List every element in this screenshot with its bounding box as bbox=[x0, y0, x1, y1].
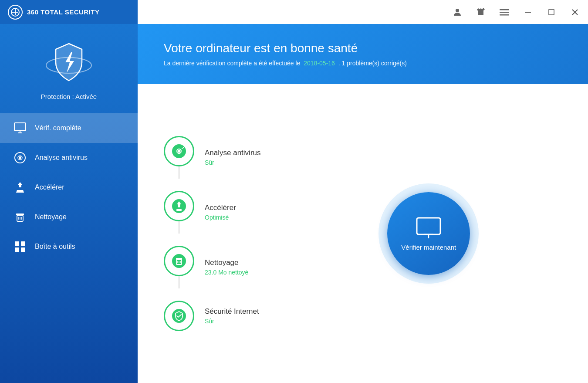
content-header: Votre ordinateur est en bonne santé La d… bbox=[138, 24, 588, 84]
titlebar: 360 TOTAL SECURITY bbox=[0, 0, 588, 24]
status-sub-nettoyage: 23.0 Mo nettoyé bbox=[205, 269, 248, 276]
sidebar-item-boite-outils[interactable]: Boîte à outils bbox=[0, 232, 138, 261]
subtitle-after: . 1 problème(s) corrigé(s) bbox=[338, 60, 407, 67]
verify-button-label: Vérifier maintenant bbox=[401, 244, 456, 251]
close-button[interactable] bbox=[567, 4, 583, 20]
status-icon-wrap-nettoyage bbox=[164, 246, 194, 288]
svg-point-16 bbox=[19, 156, 21, 159]
content-body: Analyse antivirus Sûr bbox=[138, 84, 588, 383]
status-item-nettoyage: Nettoyage 23.0 Mo nettoyé bbox=[164, 246, 261, 288]
monitor-icon bbox=[13, 121, 27, 135]
connector-1 bbox=[179, 166, 179, 179]
sidebar-nav: Vérif. complète Analyse antivirus bbox=[0, 113, 138, 261]
protection-label: Protection : Activée bbox=[41, 93, 97, 100]
status-text-antivirus: Analyse antivirus Sûr bbox=[205, 149, 261, 166]
subtitle-before: La dernière vérification complète a été … bbox=[164, 60, 300, 67]
svg-point-27 bbox=[178, 150, 181, 153]
status-icon-wrap-accelerer bbox=[164, 191, 194, 234]
svg-rect-12 bbox=[14, 123, 26, 131]
status-icon-wrap-securite bbox=[164, 301, 194, 331]
status-item-antivirus: Analyse antivirus Sûr bbox=[164, 136, 261, 179]
content-area: Votre ordinateur est en bonne santé La d… bbox=[138, 24, 588, 383]
app-title: 360 TOTAL SECURITY bbox=[27, 8, 100, 16]
sidebar-item-verif-complete[interactable]: Vérif. complète bbox=[0, 113, 138, 143]
connector-2 bbox=[179, 221, 179, 234]
sidebar-item-label-verif: Vérif. complète bbox=[35, 124, 81, 132]
titlebar-controls bbox=[138, 0, 588, 24]
sidebar-item-label-accelerer: Accélérer bbox=[35, 183, 64, 191]
status-sub-antivirus: Sûr bbox=[205, 159, 261, 166]
svg-rect-24 bbox=[15, 247, 19, 252]
header-date: 2018-05-16 bbox=[304, 60, 335, 67]
svg-rect-8 bbox=[549, 10, 554, 15]
svg-rect-7 bbox=[525, 12, 531, 13]
status-sub-accelerer: Optimisé bbox=[205, 214, 236, 221]
svg-rect-5 bbox=[500, 12, 509, 13]
verify-section: Vérifier maintenant bbox=[296, 183, 562, 284]
status-title-accelerer: Accélérer bbox=[205, 203, 236, 212]
shield-wrap bbox=[43, 37, 95, 89]
svg-rect-22 bbox=[15, 241, 19, 246]
minimize-button[interactable] bbox=[520, 4, 536, 20]
status-title-securite: Sécurité Internet bbox=[205, 307, 259, 316]
sidebar: Protection : Activée Vérif. complète bbox=[0, 24, 138, 383]
sidebar-item-label-antivirus: Analyse antivirus bbox=[35, 154, 88, 162]
svg-rect-4 bbox=[500, 9, 509, 10]
status-sub-securite: Sûr bbox=[205, 318, 259, 325]
app-logo bbox=[8, 5, 23, 20]
status-text-nettoyage: Nettoyage 23.0 Mo nettoyé bbox=[205, 258, 248, 276]
menu-button[interactable] bbox=[497, 4, 512, 20]
svg-rect-37 bbox=[417, 218, 440, 234]
svg-rect-23 bbox=[21, 241, 25, 246]
boite-outils-icon bbox=[13, 240, 27, 254]
sidebar-item-label-nettoyage: Nettoyage bbox=[35, 213, 67, 221]
nettoyage-icon bbox=[13, 210, 27, 224]
status-title-nettoyage: Nettoyage bbox=[205, 258, 248, 267]
sidebar-item-analyse-antivirus[interactable]: Analyse antivirus bbox=[0, 143, 138, 173]
svg-rect-6 bbox=[500, 14, 509, 16]
connector-3 bbox=[179, 276, 179, 288]
status-icon-wrap-antivirus bbox=[164, 136, 194, 179]
status-circle-nettoyage bbox=[164, 246, 194, 276]
status-item-accelerer: Accélérer Optimisé bbox=[164, 191, 261, 234]
verify-outer-ring: Vérifier maintenant bbox=[378, 183, 479, 284]
status-circle-accelerer bbox=[164, 191, 194, 221]
status-circle-securite bbox=[164, 301, 194, 331]
sidebar-logo-area: Protection : Activée bbox=[41, 37, 97, 113]
titlebar-brand: 360 TOTAL SECURITY bbox=[0, 5, 138, 20]
main-layout: Protection : Activée Vérif. complète bbox=[0, 24, 588, 383]
status-text-accelerer: Accélérer Optimisé bbox=[205, 203, 236, 221]
svg-rect-29 bbox=[176, 209, 182, 211]
status-circle-antivirus bbox=[164, 136, 194, 166]
status-text-securite: Sécurité Internet Sûr bbox=[205, 307, 259, 325]
sidebar-item-label-boite: Boîte à outils bbox=[35, 243, 75, 251]
svg-rect-25 bbox=[21, 247, 25, 252]
verify-now-button[interactable]: Vérifier maintenant bbox=[387, 192, 470, 275]
tshirt-button[interactable] bbox=[473, 4, 489, 20]
sidebar-item-nettoyage[interactable]: Nettoyage bbox=[0, 202, 138, 232]
svg-point-3 bbox=[456, 9, 459, 12]
status-list: Analyse antivirus Sûr bbox=[164, 136, 261, 331]
sidebar-item-accelerer[interactable]: Accélérer bbox=[0, 173, 138, 202]
status-title-antivirus: Analyse antivirus bbox=[205, 149, 261, 157]
accelerer-icon bbox=[13, 180, 27, 194]
profile-button[interactable] bbox=[449, 4, 465, 20]
header-title: Votre ordinateur est en bonne santé bbox=[164, 41, 566, 55]
header-subtitle: La dernière vérification complète a été … bbox=[164, 60, 566, 67]
antivirus-icon bbox=[13, 151, 27, 165]
status-item-securite: Sécurité Internet Sûr bbox=[164, 301, 261, 331]
maximize-button[interactable] bbox=[544, 4, 559, 20]
